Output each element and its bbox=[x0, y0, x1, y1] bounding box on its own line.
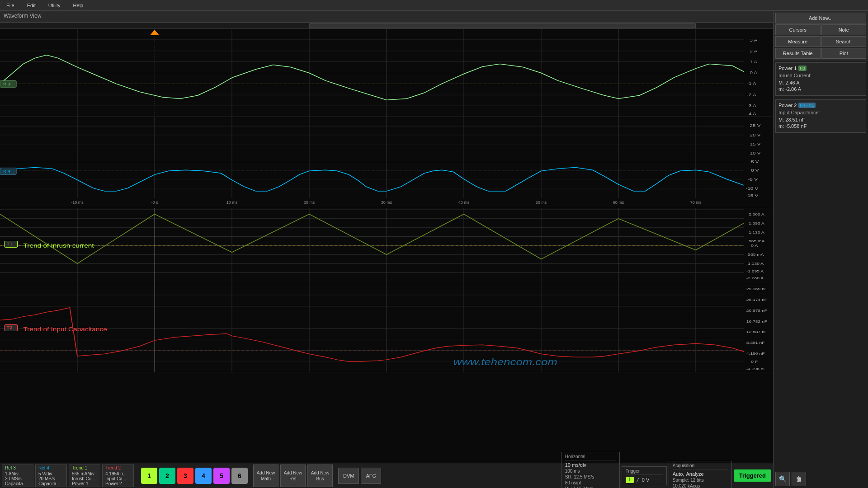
menu-file[interactable]: File bbox=[4, 2, 17, 9]
svg-text:8.391 nF: 8.391 nF bbox=[746, 341, 765, 345]
svg-text:-4.196 nF: -4.196 nF bbox=[746, 367, 766, 371]
measure-button[interactable]: Measure bbox=[775, 36, 821, 47]
waveform-area: Waveform View bbox=[0, 11, 773, 488]
zoom-area: 🔍 🗑 bbox=[774, 470, 868, 488]
svg-text:5 V: 5 V bbox=[751, 160, 759, 164]
svg-text:0 A: 0 A bbox=[750, 71, 758, 75]
svg-text:-5 V: -5 V bbox=[748, 177, 758, 182]
add-new-ref-button[interactable]: Add New Ref bbox=[280, 465, 306, 487]
svg-text:15 V: 15 V bbox=[750, 142, 761, 146]
svg-text:-3 A: -3 A bbox=[747, 103, 756, 108]
svg-text:565 mA: 565 mA bbox=[749, 239, 765, 244]
ch3-button[interactable]: 3 bbox=[177, 468, 193, 484]
results-table-button[interactable]: Results Table bbox=[775, 48, 821, 59]
search-button[interactable]: Search bbox=[821, 36, 867, 47]
svg-text:3 A: 3 A bbox=[750, 38, 758, 42]
svg-text:12.587 nF: 12.587 nF bbox=[746, 330, 768, 334]
waveform-title: Waveform View bbox=[0, 11, 773, 23]
svg-text:4.196 nF: 4.196 nF bbox=[746, 352, 765, 356]
svg-text:T2: T2 bbox=[6, 326, 13, 330]
triggered-button[interactable]: Triggered bbox=[734, 469, 771, 482]
svg-text:www.tehencom.com: www.tehencom.com bbox=[453, 357, 557, 367]
ch6-button[interactable]: 6 bbox=[231, 468, 248, 484]
power1-title: Power 1 bbox=[778, 66, 797, 71]
channel-ref4[interactable]: Ref 4 5 V/div 20 MS/s Capacita... bbox=[35, 465, 67, 487]
menu-utility[interactable]: Utility bbox=[46, 2, 63, 9]
power2-measure-name: Input Capacitance' bbox=[778, 110, 863, 115]
svg-text:25 V: 25 V bbox=[750, 123, 761, 128]
power2-values: M: 28.51 nF m: -5.058 nF bbox=[778, 117, 863, 129]
channel-trend1[interactable]: Trend 1 565 mA/div Inrush Cu... Power 1 bbox=[69, 465, 100, 487]
svg-text:1.695 A: 1.695 A bbox=[749, 221, 765, 225]
afg-button[interactable]: AFG bbox=[361, 468, 381, 484]
note-button[interactable]: Note bbox=[821, 24, 867, 35]
svg-text:1.130 A: 1.130 A bbox=[749, 230, 765, 235]
svg-text:-2.260 A: -2.260 A bbox=[746, 276, 764, 280]
power2-title: Power 2 bbox=[778, 103, 797, 108]
svg-text:-4 A: -4 A bbox=[747, 112, 756, 116]
ch5-button[interactable]: 5 bbox=[213, 468, 230, 484]
acquisition-section: Acquisition Auto, Analyze Sample: 12 bit… bbox=[669, 461, 732, 488]
svg-text:1 A: 1 A bbox=[750, 60, 758, 64]
svg-text:2.260 A: 2.260 A bbox=[749, 212, 765, 216]
svg-text:25.174 nF: 25.174 nF bbox=[746, 298, 768, 302]
svg-text:Trend of Inrush current: Trend of Inrush current bbox=[23, 243, 94, 249]
svg-text:0 V: 0 V bbox=[751, 169, 759, 173]
svg-text:-1 A: -1 A bbox=[747, 82, 756, 86]
power1-measure-name: Inrush Current' bbox=[778, 73, 863, 78]
h-scrollbar[interactable] bbox=[0, 23, 773, 29]
power2-badge: R4 ▪ R1 bbox=[798, 103, 815, 108]
svg-text:-1.130 A: -1.130 A bbox=[746, 262, 764, 266]
zoom-button[interactable]: 🔍 bbox=[775, 472, 790, 486]
menu-edit[interactable]: Edit bbox=[24, 2, 38, 9]
ch2-button[interactable]: 2 bbox=[159, 468, 175, 484]
trigger-level: 0 V bbox=[642, 477, 650, 483]
plot-panel-inrush: 3 A 2 A 1 A 0 A -1 A -2 A -3 A -4 A R 3 bbox=[0, 29, 773, 117]
svg-text:-2 A: -2 A bbox=[747, 93, 756, 97]
svg-text:R 3: R 3 bbox=[2, 82, 10, 87]
svg-text:20 V: 20 V bbox=[750, 133, 761, 137]
power1-values: M: 2.46 A m: -2.06 A bbox=[778, 80, 863, 92]
plot-panel-trend2: 29.369 nF 25.174 nF 20.978 nF 16.782 nF … bbox=[0, 284, 773, 372]
svg-text:-15 V: -15 V bbox=[746, 193, 759, 198]
time-axis: -10 ms -0 s 10 ms 20 ms 30 ms 40 ms 50 m… bbox=[0, 198, 773, 208]
svg-text:2 A: 2 A bbox=[750, 49, 758, 53]
svg-text:T1: T1 bbox=[6, 242, 13, 247]
channel-ref3[interactable]: Ref 3 1 A/div 20 MS/s Capacita... bbox=[2, 465, 33, 487]
svg-marker-27 bbox=[150, 30, 160, 35]
plots-container: 3 A 2 A 1 A 0 A -1 A -2 A -3 A -4 A R 3 bbox=[0, 29, 773, 463]
plot-button[interactable]: Plot bbox=[821, 48, 867, 59]
plot-panel-voltage: 25 V 20 V 15 V 10 V 5 V 0 V -5 V -10 V -… bbox=[0, 117, 773, 201]
trigger-ch-badge: 1 bbox=[626, 477, 634, 483]
add-new-bus-button[interactable]: Add New Bus bbox=[307, 465, 333, 487]
cursors-button[interactable]: Cursors bbox=[775, 24, 821, 35]
plot-panel-trend1: 2.825 A 2.260 A 1.695 A 1.130 A 565 mA 0… bbox=[0, 201, 773, 284]
add-new-math-button[interactable]: Add New Math bbox=[253, 465, 278, 487]
svg-text:20.978 nF: 20.978 nF bbox=[746, 309, 768, 313]
svg-text:-10 V: -10 V bbox=[746, 186, 759, 191]
svg-text:Trend of Input Capacitance: Trend of Input Capacitance bbox=[23, 327, 107, 333]
add-new-button[interactable]: Add New... bbox=[775, 13, 866, 23]
svg-text:-1.695 A: -1.695 A bbox=[746, 269, 764, 273]
delete-button[interactable]: 🗑 bbox=[792, 472, 806, 486]
right-info-panel: Add New... Cursors Note Measure Search R… bbox=[773, 11, 868, 488]
menu-bar: File Edit Utility Help bbox=[0, 0, 868, 11]
channel-trend2[interactable]: Trend 2 4.1956 n... Input Ca... Power 2 bbox=[102, 465, 134, 487]
trigger-edge-icon: ╱ bbox=[637, 477, 639, 482]
main-layout: Waveform View bbox=[0, 11, 868, 488]
svg-text:10 V: 10 V bbox=[750, 151, 761, 155]
trigger-section: Trigger 1 ╱ 0 V bbox=[622, 466, 667, 485]
svg-text:16.782 nF: 16.782 nF bbox=[746, 319, 768, 324]
ch4-button[interactable]: 4 bbox=[195, 468, 212, 484]
svg-text:29.369 nF: 29.369 nF bbox=[746, 287, 768, 291]
ch1-button[interactable]: 1 bbox=[141, 468, 157, 484]
svg-text:R 4: R 4 bbox=[2, 169, 10, 174]
menu-help[interactable]: Help bbox=[71, 2, 86, 9]
power2-panel: Power 2 R4 ▪ R1 Input Capacitance' M: 28… bbox=[775, 99, 866, 133]
bottom-bar: Ref 3 1 A/div 20 MS/s Capacita... Ref 4 … bbox=[0, 463, 773, 488]
dvm-button[interactable]: DVM bbox=[338, 468, 359, 484]
power1-panel: Power 1 R3 Inrush Current' M: 2.46 A m: … bbox=[775, 62, 866, 96]
power1-badge: R3 bbox=[798, 66, 807, 71]
info-top-buttons: Add New... Cursors Note Measure Search R… bbox=[774, 11, 868, 61]
svg-text:-565 mA: -565 mA bbox=[746, 253, 764, 257]
